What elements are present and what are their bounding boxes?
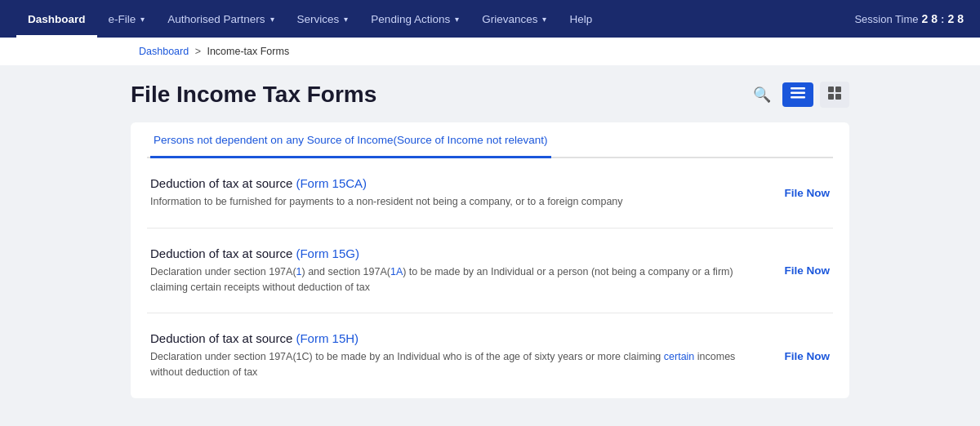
list-view-icon (791, 87, 805, 102)
form-list: Deduction of tax at source (Form 15CA) I… (147, 158, 833, 398)
nav-pending-actions[interactable]: Pending Actions ▾ (359, 0, 470, 38)
form-desc-15h: Declaration under section 197A(1C) to be… (150, 349, 768, 380)
page-title: File Income Tax Forms (131, 82, 376, 108)
form-title-15h: Deduction of tax at source (Form 15H) (150, 331, 768, 345)
file-now-15ca[interactable]: File Now (784, 187, 830, 199)
svg-rect-0 (791, 87, 805, 90)
svg-rect-4 (835, 87, 841, 92)
efile-chevron-icon: ▾ (140, 15, 145, 24)
session-colon: : (941, 13, 944, 25)
session-val2: 8 (931, 12, 938, 25)
svg-rect-5 (828, 94, 834, 100)
main-content: File Income Tax Forms 🔍 (0, 65, 980, 415)
breadcrumb-current: Income-tax Forms (207, 46, 289, 57)
nav-grievances[interactable]: Grievances ▾ (470, 0, 558, 38)
search-icon: 🔍 (753, 87, 771, 103)
svg-rect-1 (791, 92, 805, 95)
grid-view-button[interactable] (820, 82, 849, 108)
view-controls: 🔍 (748, 82, 849, 108)
session-val1: 2 (921, 12, 928, 25)
form-info-15ca: Deduction of tax at source (Form 15CA) I… (150, 176, 784, 210)
svg-rect-2 (791, 96, 805, 99)
search-button[interactable]: 🔍 (748, 82, 776, 107)
form-item-15h: Deduction of tax at source (Form 15H) De… (147, 313, 833, 398)
nav-authorised-partners[interactable]: Authorised Partners ▾ (156, 0, 285, 38)
nav-help[interactable]: Help (558, 0, 604, 38)
session-label: Session Time (854, 13, 918, 25)
form-info-15h: Deduction of tax at source (Form 15H) De… (150, 331, 784, 380)
form-title-15g: Deduction of tax at source (Form 15G) (150, 246, 768, 260)
file-now-15g[interactable]: File Now (784, 264, 830, 277)
breadcrumb: Dashboard > Income-tax Forms (0, 38, 980, 65)
nav-services[interactable]: Services ▾ (286, 0, 360, 38)
breadcrumb-home-link[interactable]: Dashboard (139, 46, 189, 57)
form-desc-15ca: Information to be furnished for payments… (150, 194, 768, 210)
list-view-button[interactable] (782, 82, 813, 107)
title-row: File Income Tax Forms 🔍 (131, 82, 849, 108)
tab-persons-not-dependent[interactable]: Persons not dependent on any Source of I… (150, 122, 551, 158)
form-item-15g: Deduction of tax at source (Form 15G) De… (147, 229, 833, 314)
tab-bar: Persons not dependent on any Source of I… (147, 122, 833, 158)
nav-dashboard[interactable]: Dashboard (16, 0, 97, 38)
grid-view-icon (828, 87, 841, 103)
svg-rect-3 (828, 87, 834, 92)
session-val3: 2 (947, 12, 954, 25)
file-now-15h[interactable]: File Now (784, 350, 830, 362)
form-item-15ca: Deduction of tax at source (Form 15CA) I… (147, 158, 833, 229)
partners-chevron-icon: ▾ (270, 15, 274, 24)
session-timer: Session Time 2 8 : 2 8 (854, 12, 964, 25)
form-info-15g: Deduction of tax at source (Form 15G) De… (150, 246, 784, 295)
pending-chevron-icon: ▾ (455, 15, 459, 24)
form-title-15ca: Deduction of tax at source (Form 15CA) (150, 176, 768, 190)
form-desc-15g: Declaration under section 197A(1) and se… (150, 264, 768, 295)
breadcrumb-separator: > (195, 46, 201, 57)
svg-rect-6 (835, 94, 841, 100)
navigation: Dashboard e-File ▾ Authorised Partners ▾… (0, 0, 980, 38)
grievances-chevron-icon: ▾ (542, 15, 546, 24)
nav-efile[interactable]: e-File ▾ (97, 0, 157, 38)
session-val4: 8 (957, 12, 964, 25)
forms-card: Persons not dependent on any Source of I… (131, 122, 849, 398)
services-chevron-icon: ▾ (344, 15, 348, 24)
nav-items: Dashboard e-File ▾ Authorised Partners ▾… (16, 0, 854, 38)
